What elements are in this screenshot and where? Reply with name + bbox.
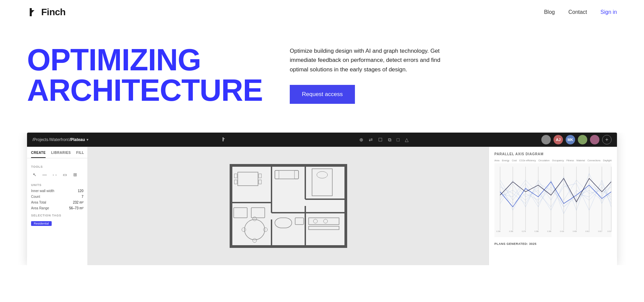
hero-content-area: Optimize building design with AI and gra… <box>290 46 452 104</box>
hero-title-line1: OPTIMIZING <box>27 43 201 77</box>
square-icon[interactable]: □ <box>397 137 400 142</box>
rect-tool[interactable]: ▭ <box>61 171 68 178</box>
panel-title: PARALLEL AXIS DIAGRAM <box>494 152 612 156</box>
svg-text:0.27k: 0.27k <box>522 231 526 232</box>
tab-libraries[interactable]: LIBRARIES <box>51 151 71 158</box>
prop-inner-wall-width: Inner wall width 120 <box>27 188 87 194</box>
hero-title: OPTIMIZING ARCHITECTURE <box>27 45 263 106</box>
units-section-label: UNITS <box>27 181 87 188</box>
axis-fitness: Fitness <box>566 159 574 162</box>
selection-tags-label: SELECTION TAGS <box>27 211 87 218</box>
nav-blog[interactable]: Blog <box>544 9 555 15</box>
prop-value-area-range: 56–73 m² <box>69 206 83 210</box>
app-right-panel: PARALLEL AXIS DIAGRAM Area Energy Cost C… <box>489 147 617 265</box>
svg-text:0.41k: 0.41k <box>560 231 564 232</box>
main-nav: Blog Contact Sign in <box>544 9 617 15</box>
svg-text:0.38k: 0.38k <box>535 231 539 232</box>
axis-material: Material <box>576 159 585 162</box>
prop-label-inner-wall: Inner wall width <box>31 189 54 193</box>
svg-text:0.36k: 0.36k <box>547 231 552 232</box>
avatar-2: AJ <box>553 135 563 144</box>
prop-label-area-total: Area Total <box>31 201 46 204</box>
hero-description: Optimize building design with AI and gra… <box>290 46 452 74</box>
breadcrumb-chevron-icon: ▾ <box>86 137 88 142</box>
prop-label-count: Count <box>31 195 40 199</box>
axis-daylight: Daylight <box>603 159 612 162</box>
prop-value-inner-wall: 120 <box>78 189 83 193</box>
app-sidebar: CREATE LIBRARIES FILL TOOLS ↖ — - - ▭ ⊞ … <box>27 147 88 265</box>
avatar-5 <box>590 135 599 144</box>
tools-section-label: TOOLS <box>27 162 87 170</box>
axis-occupancy: Occupancy <box>552 159 564 162</box>
hero-section: OPTIMIZING ARCHITECTURE Optimize buildin… <box>0 24 540 119</box>
prop-area-total: Area Total 232 m² <box>27 200 87 205</box>
prop-value-count: 7 <box>81 195 83 199</box>
arrow-tool[interactable]: ↖ <box>31 171 38 178</box>
axis-cost: Cost <box>512 159 517 162</box>
prop-area-range: Area Range 56–73 m² <box>27 205 87 211</box>
pin-icon[interactable]: ⊕ <box>359 137 363 142</box>
axis-energy: Energy <box>502 159 509 162</box>
toolbar-center-icons: ⊕ ⇄ ☐ ⧉ □ △ <box>359 137 409 143</box>
sidebar-tools: ↖ — - - ▭ ⊞ <box>27 170 87 181</box>
toolbar-right-icons: AJ MK + <box>541 135 612 144</box>
axis-circulation: Circulation <box>538 159 549 162</box>
svg-text:0.017: 0.017 <box>608 231 612 232</box>
nav-contact[interactable]: Contact <box>568 9 587 15</box>
svg-text:0.40k: 0.40k <box>573 231 577 232</box>
parallel-axis-chart: 0.29k 0.30k 0.27k 0.38k 0.36k 0.41k 0.40… <box>494 163 612 237</box>
chart-axis-labels: Area Energy Cost CO2e efficiency Circula… <box>494 159 612 162</box>
svg-text:0.912: 0.912 <box>585 231 590 232</box>
site-header: Finch Blog Contact Sign in <box>0 0 644 24</box>
dash-tool[interactable]: - - <box>51 171 58 178</box>
avatar-1 <box>541 135 551 144</box>
app-canvas <box>88 147 489 265</box>
prop-count: Count 7 <box>27 194 87 200</box>
plans-generated-label: PLANS GENERATED: 3025 <box>494 242 612 246</box>
hero-title-line2: ARCHITECTURE <box>27 73 263 107</box>
add-collaborator-button[interactable]: + <box>602 135 612 144</box>
prop-value-area-total: 232 m² <box>73 201 83 204</box>
axis-co2: CO2e efficiency <box>519 159 536 162</box>
tag-residential[interactable]: Residential <box>31 221 52 226</box>
breadcrumb-plateau: /Plateau <box>70 137 85 142</box>
app-window: /Projects /Waterfront /Plateau ▾ ⊕ ⇄ ☐ ⧉… <box>27 133 617 265</box>
chat-icon[interactable]: ☐ <box>378 137 383 142</box>
nav-signin[interactable]: Sign in <box>600 9 617 15</box>
hero-title-area: OPTIMIZING ARCHITECTURE <box>27 45 263 106</box>
avatar-4 <box>578 135 587 144</box>
sidebar-tabs: CREATE LIBRARIES FILL <box>27 151 87 158</box>
svg-text:0.917: 0.917 <box>598 231 602 232</box>
avatar-3: MK <box>566 135 575 144</box>
svg-text:0.29k: 0.29k <box>496 231 501 232</box>
grid-tool[interactable]: ⊞ <box>72 171 78 178</box>
tab-create[interactable]: CREATE <box>31 151 46 158</box>
breadcrumb-waterfront: /Waterfront <box>49 137 69 142</box>
line-tool[interactable]: — <box>41 171 48 178</box>
triangle-icon[interactable]: △ <box>405 137 409 142</box>
logo-text: Finch <box>41 7 66 18</box>
request-access-button[interactable]: Request access <box>290 85 355 104</box>
shuffle-icon[interactable]: ⇄ <box>369 137 373 142</box>
axis-connections: Connections <box>587 159 600 162</box>
app-toolbar: /Projects /Waterfront /Plateau ▾ ⊕ ⇄ ☐ ⧉… <box>27 133 617 147</box>
breadcrumb-projects: /Projects <box>32 137 48 142</box>
svg-text:0.30k: 0.30k <box>509 231 514 232</box>
finch-logo-icon <box>27 7 38 18</box>
tab-fill[interactable]: FILL <box>76 151 84 158</box>
toolbar-finch-icon <box>221 137 227 143</box>
breadcrumb: /Projects /Waterfront /Plateau ▾ <box>32 137 88 142</box>
app-screenshot: /Projects /Waterfront /Plateau ▾ ⊕ ⇄ ☐ ⧉… <box>0 133 644 265</box>
logo[interactable]: Finch <box>27 7 66 18</box>
floor-plan-svg <box>204 152 373 260</box>
prop-label-area-range: Area Range <box>31 206 49 210</box>
svg-rect-31 <box>494 163 612 237</box>
svg-rect-0 <box>231 165 346 247</box>
app-body: CREATE LIBRARIES FILL TOOLS ↖ — - - ▭ ⊞ … <box>27 147 617 265</box>
copy-icon[interactable]: ⧉ <box>388 137 391 143</box>
axis-area: Area <box>494 159 499 162</box>
